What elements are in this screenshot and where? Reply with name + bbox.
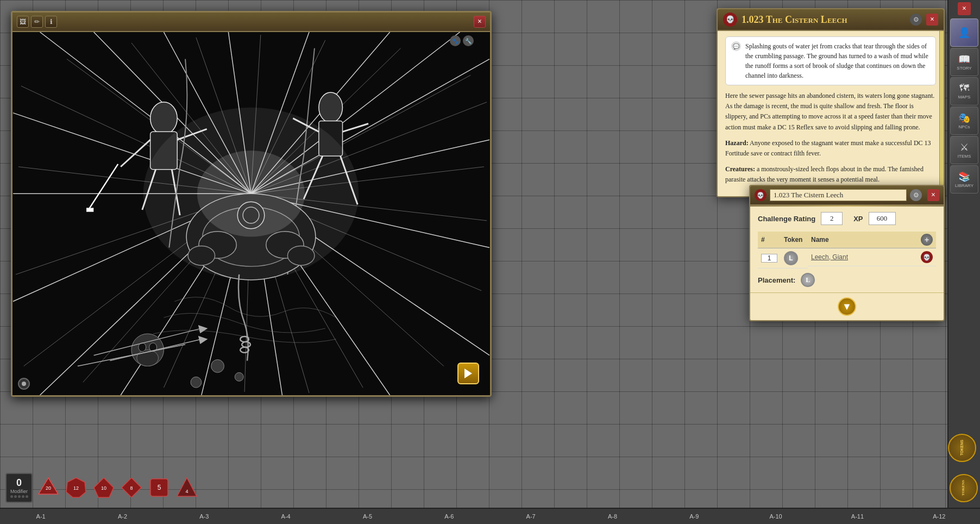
coord-a10: A-10 — [735, 513, 816, 520]
svg-text:5: 5 — [157, 484, 161, 491]
speech-bubble: 💬 Splashing gouts of water jet from crac… — [725, 36, 936, 85]
nav-arrow-btn[interactable] — [457, 363, 479, 384]
die-d10[interactable]: 10 — [91, 476, 116, 500]
artwork-window: 🖼 ✏ ℹ × — [11, 11, 492, 397]
coord-a1: A-1 — [0, 513, 81, 520]
creature-detail-icon[interactable]: 💀 — [921, 251, 933, 263]
modifier-box: 0 Modifier — [5, 473, 33, 503]
info-body: 💬 Splashing gouts of water jet from crac… — [718, 31, 944, 196]
encounter-title-input[interactable] — [770, 189, 907, 201]
col-number: # — [758, 232, 781, 248]
tokens-float-btn[interactable]: ToKeNs — [950, 474, 978, 502]
speech-text: Splashing gouts of water jet from cracks… — [745, 41, 930, 80]
info-skull-icon: 💀 — [723, 13, 737, 27]
cr-label: Challenge Rating — [758, 215, 815, 223]
encounter-titlebar: 💀 ⚙ × — [750, 186, 944, 205]
die-d20[interactable]: 20 — [36, 476, 60, 500]
cr-value: 2 — [821, 212, 843, 225]
coord-a7: A-7 — [490, 513, 571, 520]
sidebar-btn-maps[interactable]: 🗺 MAPS — [950, 77, 978, 105]
info-panel-title: 1.023 The Cistern Leech — [742, 14, 906, 26]
player-icon: 👤 — [958, 27, 970, 39]
story-icon: 📖 — [958, 53, 970, 65]
tokens-label: ToKeNs — [960, 440, 964, 456]
hazard-label: Hazard: — [725, 139, 749, 147]
info-close-btn[interactable]: × — [926, 14, 938, 26]
encounter-settings-btn[interactable]: ⚙ — [910, 189, 922, 201]
svg-text:4: 4 — [185, 489, 188, 494]
scrollbar[interactable] — [939, 31, 944, 196]
add-token-btn[interactable]: + — [921, 234, 933, 246]
info-settings-btn[interactable]: ⚙ — [910, 14, 922, 26]
svg-point-79 — [143, 108, 359, 280]
encounter-nav-btn[interactable]: ▼ — [838, 297, 856, 316]
cr-row: Challenge Rating 2 XP 600 — [758, 212, 936, 225]
creature-row: 1 L Leech, Giant 💀 — [758, 248, 936, 269]
sidebar-btn-library[interactable]: 📚 LIBRARY — [950, 165, 978, 194]
encounter-skull-icon: 💀 — [755, 189, 767, 201]
svg-point-80 — [22, 382, 26, 386]
dice-bar: 0 Modifier 20 12 10 — [0, 469, 204, 507]
sidebar-btn-player[interactable]: 👤 — [950, 18, 978, 47]
encounter-popup: 💀 ⚙ × Challenge Rating 2 XP 600 # Token … — [749, 185, 945, 321]
xp-value: 600 — [869, 212, 896, 225]
right-sidebar: × 👤 📖 STORY 🗺 MAPS 🎭 NPCs ⚔ ITEMS 📚 LIBR… — [947, 0, 980, 508]
artwork-svg — [12, 32, 490, 395]
svg-point-41 — [150, 102, 178, 134]
svg-point-68 — [235, 372, 243, 381]
sidebar-btn-story[interactable]: 📖 STORY — [950, 48, 978, 76]
items-icon: ⚔ — [960, 141, 969, 153]
col-name: Name + — [808, 232, 936, 248]
svg-text:20: 20 — [45, 485, 51, 491]
library-icon: 📚 — [958, 171, 970, 183]
coord-a8: A-8 — [571, 513, 653, 520]
info-titlebar: 💀 1.023 The Cistern Leech ⚙ × — [718, 9, 944, 31]
encounter-footer: ▼ — [750, 292, 944, 320]
modifier-label: Modifier — [10, 489, 28, 494]
placement-token: L — [801, 273, 815, 287]
hazard-text: Hazard: Anyone exposed to the stagnant w… — [725, 138, 936, 159]
artwork-icon-btn[interactable]: 🖼 — [17, 16, 29, 28]
die-d12[interactable]: 12 — [64, 476, 88, 500]
svg-point-49 — [319, 92, 343, 123]
body-text-1: Here the sewer passage hits an abandoned… — [725, 91, 936, 133]
encounter-close-btn[interactable]: × — [927, 189, 939, 201]
svg-point-69 — [191, 377, 202, 388]
artwork-edit-btn[interactable]: ✏ — [31, 16, 43, 28]
die-d8[interactable]: 8 — [119, 476, 143, 500]
tokens-button[interactable]: ToKeNs — [948, 434, 976, 462]
tool-icon[interactable]: 🔧 — [463, 35, 474, 46]
page-indicator — [18, 378, 30, 390]
npcs-icon: 🎭 — [958, 112, 970, 124]
sidebar-btn-items[interactable]: ⚔ ITEMS — [950, 136, 978, 164]
story-label: STORY — [957, 66, 971, 71]
creature-name-link[interactable]: Leech, Giant — [811, 253, 848, 261]
sidebar-btn-npcs[interactable]: 🎭 NPCs — [950, 107, 978, 135]
artwork-titlebar: 🖼 ✏ ℹ × — [12, 13, 490, 32]
creatures-text: Creatures: a monstrously-sized leech flo… — [725, 164, 936, 185]
maps-label: MAPS — [958, 95, 971, 100]
artwork-close-btn[interactable]: × — [474, 16, 486, 28]
npcs-label: NPCs — [959, 125, 970, 130]
creature-token: L — [784, 251, 798, 265]
library-label: LIBRARY — [955, 184, 973, 189]
tokens-float-label: ToKeNs — [961, 480, 966, 496]
svg-rect-45 — [87, 208, 93, 211]
svg-text:8: 8 — [130, 485, 133, 491]
svg-text:10: 10 — [100, 485, 106, 491]
artwork-tools: 🐾 🔧 — [450, 35, 474, 46]
artwork-illustration: 🐾 🔧 — [12, 32, 490, 395]
coord-a4: A-4 — [245, 513, 326, 520]
coord-bar: A-1 A-2 A-3 A-4 A-5 A-6 A-7 A-8 A-9 A-10… — [0, 508, 980, 524]
coord-a6: A-6 — [409, 513, 490, 520]
coord-a11: A-11 — [816, 513, 898, 520]
maps-icon: 🗺 — [959, 83, 969, 94]
coord-a5: A-5 — [326, 513, 408, 520]
sidebar-close-btn[interactable]: × — [958, 2, 971, 15]
modifier-value: 0 — [16, 477, 22, 489]
die-d4[interactable]: 4 — [174, 476, 199, 500]
paw-icon[interactable]: 🐾 — [450, 35, 461, 46]
die-d6[interactable]: 5 — [147, 476, 171, 500]
artwork-info-btn[interactable]: ℹ — [45, 16, 57, 28]
items-label: ITEMS — [958, 154, 971, 159]
